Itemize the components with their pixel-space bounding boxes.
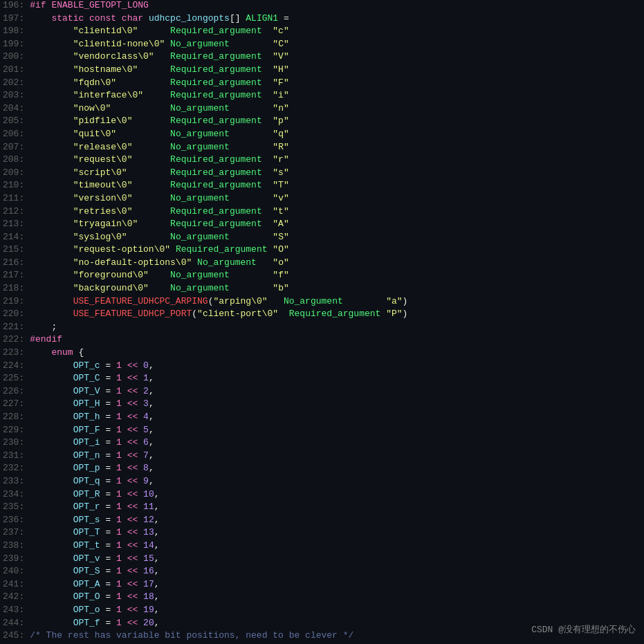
line-number: 240: [3,566,30,576]
code-editor: 196:#if ENABLE_GETOPT_LONG197: static co… [0,0,644,644]
line-content: "timeout\0" Required_argument "T" [30,180,641,190]
table-row: 240: OPT_S = 1 << 16, [0,566,644,579]
line-content: "pidfile\0" Required_argument "p" [30,116,641,126]
line-content: OPT_V = 1 << 2, [30,386,641,396]
line-number: 216: [3,257,30,268]
table-row: 230: OPT_i = 1 << 6, [0,437,644,450]
line-number: 231: [3,450,30,461]
line-number: 209: [3,167,30,178]
line-number: 214: [3,232,30,242]
line-number: 202: [3,77,30,88]
line-content: OPT_n = 1 << 7, [30,450,641,461]
line-number: 233: [3,476,30,486]
line-number: 226: [3,386,30,396]
table-row: 229: OPT_F = 1 << 5, [0,425,644,438]
table-row: 203: "interface\0" Required_argument "i" [0,90,644,103]
table-row: 237: OPT_T = 1 << 13, [0,527,644,540]
line-content: ; [30,322,641,332]
line-content: "request\0" Required_argument "r" [30,154,641,165]
table-row: 216: "no-default-options\0" No_argument … [0,257,644,270]
line-content: USE_FEATURE_UDHCPC_ARPING("arping\0" No_… [30,296,641,306]
table-row: 215: "request-option\0" Required_argumen… [0,244,644,257]
line-content: USE_FEATURE_UDHCP_PORT("client-port\0" R… [30,309,641,319]
table-row: 213: "tryagain\0" Required_argument "A" [0,219,644,232]
line-content: "tryagain\0" Required_argument "A" [30,219,641,229]
line-number: 228: [3,412,30,422]
table-row: 196:#if ENABLE_GETOPT_LONG [0,0,644,13]
table-row: 198: "clientid\0" Required_argument "c" [0,26,644,39]
line-number: 203: [3,90,30,100]
line-content: "syslog\0" No_argument "S" [30,232,641,242]
watermark: CSDN @没有理想的不伤心 [531,623,636,636]
line-number: 217: [3,270,30,280]
line-number: 218: [3,283,30,293]
table-row: 219: USE_FEATURE_UDHCPC_ARPING("arping\0… [0,296,644,309]
line-content: OPT_R = 1 << 10, [30,489,641,499]
table-row: 225: OPT_C = 1 << 1, [0,373,644,386]
line-number: 200: [3,51,30,62]
table-row: 209: "script\0" Required_argument "s" [0,167,644,181]
table-row: 233: OPT_q = 1 << 9, [0,476,644,489]
line-content: OPT_q = 1 << 9, [30,476,641,486]
table-row: 242: OPT_O = 1 << 18, [0,591,644,605]
line-content: OPT_H = 1 << 3, [30,398,641,409]
line-number: 242: [3,591,30,602]
line-content: #endif [30,334,641,344]
table-row: 224: OPT_c = 1 << 0, [0,360,644,374]
table-row: 210: "timeout\0" Required_argument "T" [0,180,644,193]
table-row: 234: OPT_R = 1 << 10, [0,489,644,502]
line-content: "now\0" No_argument "n" [30,103,641,113]
line-content: "fqdn\0" Required_argument "F" [30,77,641,88]
table-row: 221: ; [0,322,644,335]
table-row: 200: "vendorclass\0" Required_argument "… [0,51,644,64]
line-content: "no-default-options\0" No_argument "o" [30,257,641,268]
line-number: 244: [3,618,30,628]
table-row: 236: OPT_s = 1 << 12, [0,515,644,528]
line-content: "hostname\0" Required_argument "H" [30,64,641,75]
line-content: "background\0" No_argument "b" [30,283,641,293]
table-row: 220: USE_FEATURE_UDHCP_PORT("client-port… [0,309,644,322]
line-content: "script\0" Required_argument "s" [30,167,641,178]
line-number: 234: [3,489,30,499]
table-row: 212: "retries\0" Required_argument "t" [0,206,644,219]
line-number: 223: [3,347,30,358]
table-row: 231: OPT_n = 1 << 7, [0,450,644,463]
line-number: 243: [3,605,30,615]
line-number: 197: [3,13,30,24]
line-number: 227: [3,398,30,409]
table-row: 205: "pidfile\0" Required_argument "p" [0,116,644,129]
line-content: "vendorclass\0" Required_argument "V" [30,51,641,62]
line-content: OPT_o = 1 << 19, [30,605,641,615]
table-row: 227: OPT_H = 1 << 3, [0,398,644,412]
line-number: 232: [3,463,30,473]
line-content: OPT_C = 1 << 1, [30,373,641,383]
line-content: "clientid\0" Required_argument "c" [30,26,641,36]
line-number: 213: [3,219,30,229]
table-row: 197: static const char udhcpc_longopts[]… [0,13,644,26]
table-row: 208: "request\0" Required_argument "r" [0,154,644,167]
line-content: "release\0" No_argument "R" [30,142,641,152]
line-number: 196: [3,0,30,10]
line-number: 229: [3,425,30,435]
line-content: static const char udhcpc_longopts[] ALIG… [30,13,641,24]
line-number: 208: [3,154,30,165]
line-number: 199: [3,39,30,49]
table-row: 206: "quit\0" No_argument "q" [0,129,644,142]
line-content: "quit\0" No_argument "q" [30,129,641,139]
table-row: 217: "foreground\0" No_argument "f" [0,270,644,283]
line-content: OPT_O = 1 << 18, [30,591,641,602]
line-content: OPT_r = 1 << 11, [30,502,641,512]
line-content: "retries\0" Required_argument "t" [30,206,641,217]
line-number: 211: [3,193,30,203]
line-content: OPT_h = 1 << 4, [30,412,641,422]
line-content: OPT_T = 1 << 13, [30,527,641,537]
table-row: 228: OPT_h = 1 << 4, [0,412,644,425]
line-number: 221: [3,322,30,332]
table-row: 223: enum { [0,347,644,360]
line-number: 230: [3,437,30,448]
table-row: 218: "background\0" No_argument "b" [0,283,644,296]
line-content: "foreground\0" No_argument "f" [30,270,641,280]
line-number: 241: [3,579,30,589]
line-content: "request-option\0" Required_argument "O" [30,244,641,255]
table-row: 239: OPT_v = 1 << 15, [0,553,644,567]
